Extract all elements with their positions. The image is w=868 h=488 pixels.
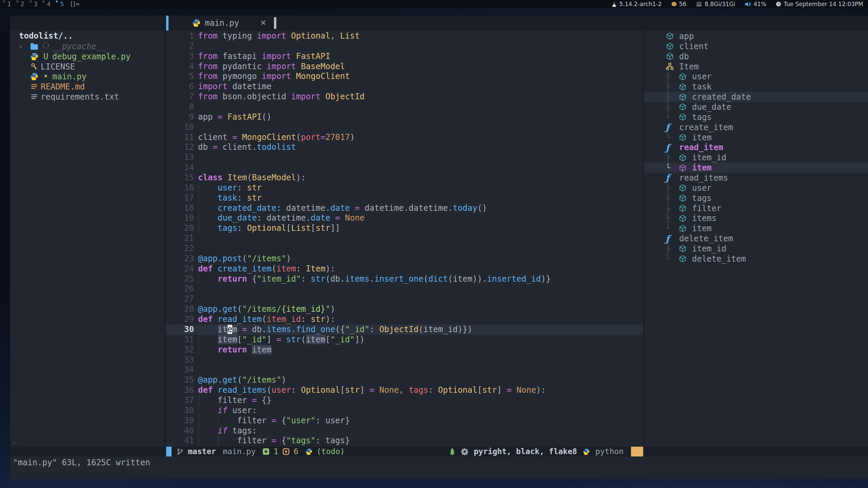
status-package-text: 56 <box>679 1 687 7</box>
outline-item-client[interactable]: client <box>644 41 868 52</box>
code-line-18[interactable]: 18 created_date: datetime.date = datetim… <box>165 203 643 214</box>
workspace-1[interactable]: 1 <box>3 0 13 8</box>
code-line-19[interactable]: 19 due_date: datetime.date = None <box>165 213 643 223</box>
outline-item-user[interactable]: ├user <box>644 72 868 82</box>
code-line-17[interactable]: 17 task: str <box>165 193 643 203</box>
code-line-5[interactable]: 5from pymongo import MongoClient <box>165 72 643 82</box>
code-line-8[interactable]: 8 <box>165 102 643 112</box>
tree-item-README.md[interactable]: README.md <box>10 82 165 92</box>
outline-item-filter[interactable]: ├filter <box>644 203 868 214</box>
code-line-29[interactable]: 29def read_item(item_id: str): <box>165 314 643 325</box>
outline-item-delete_item[interactable]: ƒdelete_item <box>644 233 868 244</box>
outline-item-item[interactable]: └item <box>644 163 868 173</box>
outline-item-item_id[interactable]: ├item_id <box>644 244 868 254</box>
code-line-6[interactable]: 6import datetime <box>165 82 643 92</box>
outline-item-items[interactable]: ├items <box>644 213 868 223</box>
code-line-31[interactable]: 31 item["_id"] = str(item["_id"]) <box>165 335 643 345</box>
tree-item-requirements.txt[interactable]: requirements.txt <box>10 92 165 102</box>
code-line-39[interactable]: 39 filter = {"user": user} <box>165 416 643 426</box>
code-line-9[interactable]: 9app = FastAPI() <box>165 112 643 122</box>
tab-main-py[interactable]: main.py <box>205 16 239 30</box>
outline-item-task[interactable]: ├task <box>644 82 868 92</box>
token: tags: <box>228 426 257 435</box>
code-line-41[interactable]: 41 filter = {"tags": tags} <box>165 436 643 446</box>
tree-item-main.py[interactable]: •main.py <box>10 72 165 82</box>
outline-item-item[interactable]: └item <box>644 133 868 143</box>
code-line-14[interactable]: 14 <box>165 163 643 173</box>
code-line-35[interactable]: 35@app.get("/items") <box>165 375 643 385</box>
code-editor[interactable]: 1from typing import Optional, List23from… <box>165 30 644 447</box>
outline-item-app[interactable]: app <box>644 31 868 41</box>
workspace-3[interactable]: 3 <box>30 0 39 8</box>
code-line-36[interactable]: 36def read_items(user: Optional[str] = N… <box>165 385 643 395</box>
function-glyph: ƒ <box>666 122 670 133</box>
code-line-20[interactable]: 20 tags: Optional[List[str]] <box>165 223 643 233</box>
code-line-13[interactable]: 13 <box>165 152 643 163</box>
code-line-15[interactable]: 15class Item(BaseModel): <box>165 173 643 183</box>
outline-item-created_date[interactable]: ├created_date <box>644 92 868 102</box>
code-line-12[interactable]: 12db = client.todolist <box>165 142 643 152</box>
code-line-4[interactable]: 4from pydantic import BaseModel <box>165 62 643 72</box>
outline-item-create_item[interactable]: ƒcreate_item <box>644 122 868 133</box>
code-line-11[interactable]: 11client = MongoClient(port=27017) <box>165 133 643 143</box>
code-line-24[interactable]: 24def create_item(item: Item): <box>165 264 643 274</box>
python-icon <box>28 72 40 81</box>
token: def <box>198 264 213 273</box>
code-line-37[interactable]: 37 filter = {} <box>165 395 643 406</box>
token: str <box>482 385 497 395</box>
outline-item-tags[interactable]: ├tags <box>644 193 868 203</box>
code-line-16[interactable]: 16 user: str <box>165 183 643 193</box>
tree-item-LICENSE[interactable]: LICENSE <box>10 62 165 72</box>
tree-items: ›__pycache__Udebug_example.pyLICENSE•mai… <box>10 41 165 102</box>
code-line-25[interactable]: 25 return {"item_id": str(db.items.inser… <box>165 274 643 284</box>
function-icon: ƒ <box>666 142 679 153</box>
code-line-30[interactable]: 30 item = db.items.find_one({"_id": Obje… <box>165 325 643 335</box>
token: { <box>247 274 257 284</box>
code-line-23[interactable]: 23@app.post("/items") <box>165 254 643 264</box>
variable-icon <box>678 255 692 263</box>
outline-item-db[interactable]: db <box>644 52 868 62</box>
outline-item-tags[interactable]: └tags <box>644 112 868 122</box>
code-line-34[interactable]: 34 <box>165 365 643 375</box>
outline-item-item[interactable]: └item <box>644 223 868 233</box>
code-line-40[interactable]: 40 if tags: <box>165 426 643 436</box>
workspace-4[interactable]: 4 <box>43 0 52 8</box>
workspace-5[interactable]: 5 <box>56 0 65 8</box>
tab-close-icon[interactable]: × <box>260 16 266 30</box>
token: = <box>355 203 359 213</box>
code-line-1[interactable]: 1from typing import Optional, List <box>165 31 643 41</box>
code-line-26[interactable]: 26 <box>165 284 643 294</box>
outline-item-delete_item[interactable]: └delete_item <box>644 254 868 264</box>
code-line-32[interactable]: 32 return item <box>165 345 643 355</box>
outline-item-read_items[interactable]: ƒread_items <box>644 173 868 183</box>
token: datetime.datetime. <box>360 203 453 213</box>
outline-item-due_date[interactable]: ├due_date <box>644 102 868 112</box>
workspace-2[interactable]: 2 <box>17 0 26 8</box>
code-line-28[interactable]: 28@app.get("/items/{item_id}") <box>165 304 643 314</box>
token: user: <box>228 406 257 415</box>
code-line-3[interactable]: 3from fastapi import FastAPI <box>165 52 643 62</box>
code-line-33[interactable]: 33 <box>165 355 643 365</box>
token: db. <box>247 325 267 334</box>
code-line-7[interactable]: 7from bson.objectid import ObjectId <box>165 92 643 102</box>
code-line-27[interactable]: 27 <box>165 294 643 304</box>
tree-item-__pycache__[interactable]: ›__pycache__ <box>10 41 165 52</box>
code-line-2[interactable]: 2 <box>165 41 643 52</box>
outline-item-read_item[interactable]: ƒread_item <box>644 142 868 152</box>
git-branch-name: master <box>188 447 216 456</box>
token: : <box>370 325 379 334</box>
outline-item-item_id[interactable]: ├item_id <box>644 152 868 163</box>
status-volume-text: 41% <box>753 1 766 7</box>
tree-root-label[interactable]: todolist/.. <box>10 31 165 41</box>
tree-item-debug_example.py[interactable]: Udebug_example.py <box>10 52 165 62</box>
code-line-21[interactable]: 21 <box>165 233 643 244</box>
token: ] <box>497 385 507 395</box>
file-explorer-panel: todolist/.. ›__pycache__Udebug_example.p… <box>10 30 165 447</box>
outline-item-Item[interactable]: Item <box>644 62 868 72</box>
code-line-10[interactable]: 10 <box>165 122 643 133</box>
outline-item-user[interactable]: ├user <box>644 183 868 193</box>
code-text: from pymongo import MongoClient <box>198 72 350 82</box>
token: import <box>198 82 228 91</box>
code-line-38[interactable]: 38 if user: <box>165 406 643 416</box>
code-line-22[interactable]: 22 <box>165 244 643 254</box>
